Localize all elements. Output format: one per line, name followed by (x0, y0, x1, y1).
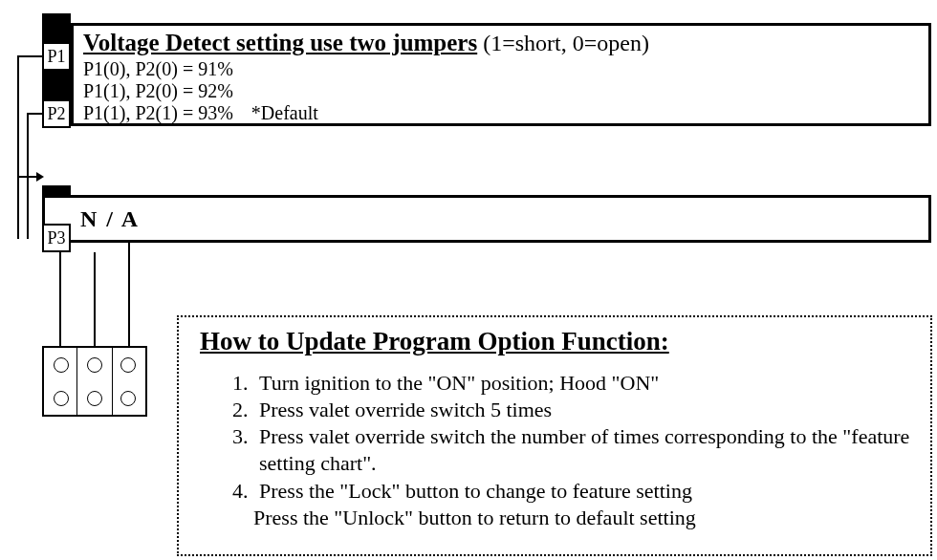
voltage-title-suffix: (1=short, 0=open) (477, 31, 649, 55)
instruction-extra-line: Press the "Unlock" button to return to d… (253, 505, 919, 531)
instructions-box: How to Update Program Option Function: T… (177, 315, 932, 556)
instructions-list: Turn ignition to the "ON" position; Hood… (200, 370, 919, 505)
pin-icon (120, 391, 136, 406)
jumper-p2-label: P2 (42, 99, 71, 128)
voltage-line-3: P1(1), P2(1) = 93% (83, 102, 233, 123)
instruction-step: Press valet override switch the number o… (253, 423, 919, 477)
connector-line (17, 55, 42, 57)
pin-icon (120, 357, 136, 373)
voltage-default-note: *Default (251, 102, 318, 123)
voltage-detect-box: Voltage Detect setting use two jumpers (… (71, 23, 931, 126)
voltage-title: Voltage Detect setting use two jumpers (83, 30, 477, 55)
pin-icon (87, 357, 102, 373)
jumper-p2-marker-top (42, 71, 71, 99)
connector-line (17, 55, 19, 239)
na-box (42, 195, 931, 243)
instruction-step: Turn ignition to the "ON" position; Hood… (253, 370, 919, 397)
na-text: N / A (80, 206, 140, 232)
pin-icon (54, 391, 69, 406)
jumper-divider (112, 346, 113, 417)
pin-icon (87, 391, 102, 406)
voltage-line-2: P1(1), P2(0) = 92% (83, 80, 919, 102)
arrow-right-icon (36, 172, 44, 182)
instruction-step: Press valet override switch 5 times (253, 397, 919, 423)
jumper-p3-label: P3 (42, 224, 71, 252)
connector-line (128, 243, 130, 346)
voltage-line-1: P1(0), P2(0) = 91% (83, 58, 919, 80)
instructions-title: How to Update Program Option Function: (200, 327, 919, 356)
jumper-divider (76, 346, 77, 417)
connector-line (27, 113, 42, 115)
connector-line (17, 176, 38, 178)
jumper-pin-block (42, 346, 147, 417)
jumper-p1-marker-top (42, 13, 71, 42)
pin-icon (54, 357, 69, 373)
connector-line (94, 252, 96, 346)
instruction-step: Press the "Lock" button to change to fea… (253, 478, 919, 505)
jumper-p1-label: P1 (42, 42, 71, 71)
connector-line (59, 252, 61, 346)
